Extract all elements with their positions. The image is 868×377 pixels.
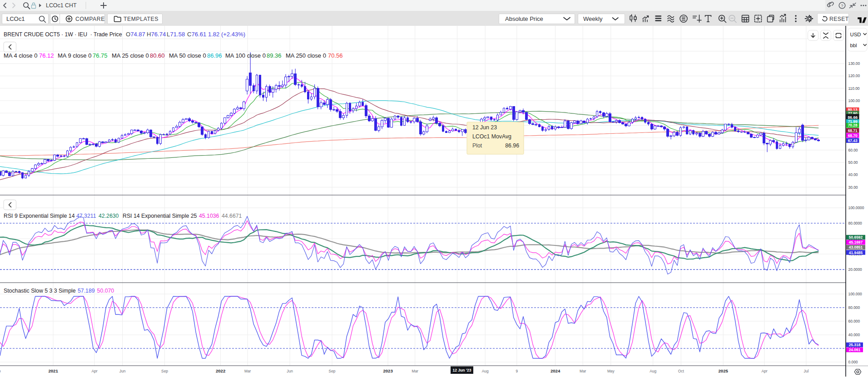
svg-text:Oct: Oct	[678, 369, 684, 373]
svg-text:O: O	[126, 31, 130, 38]
svg-text:C: C	[187, 31, 191, 38]
svg-text:60.000: 60.000	[848, 319, 860, 323]
svg-text:MA 25 close 0: MA 25 close 0	[112, 52, 149, 59]
svg-text:Sep: Sep	[0, 369, 1, 373]
svg-text:MA 250 close 0: MA 250 close 0	[286, 52, 326, 59]
svg-text:41.9485: 41.9485	[849, 250, 863, 255]
svg-text:12 Jun 23: 12 Jun 23	[472, 124, 497, 131]
svg-text:Sep: Sep	[161, 369, 168, 373]
svg-text:40.000: 40.000	[848, 333, 860, 337]
svg-text:RSI 14 Exponential Simple 25: RSI 14 Exponential Simple 25	[123, 213, 197, 219]
svg-text:100.00: 100.00	[848, 98, 860, 103]
svg-text:42.2630: 42.2630	[99, 213, 119, 219]
svg-text:Mar: Mar	[244, 369, 251, 373]
svg-text:67.43: 67.43	[848, 138, 858, 143]
svg-text:Apr: Apr	[91, 369, 97, 373]
svg-text:80.0000: 80.0000	[848, 221, 863, 225]
svg-text:50.00: 50.00	[848, 160, 858, 165]
svg-text:H: H	[147, 31, 151, 38]
svg-text:Jun: Jun	[119, 369, 126, 373]
svg-text:70.56: 70.56	[328, 52, 343, 59]
svg-text:BRENT CRUDE OCT5 · 1W · IEU ·: BRENT CRUDE OCT5 · 1W · IEU · Trade Pric…	[4, 31, 122, 38]
svg-text:24.061: 24.061	[849, 348, 861, 352]
svg-text:130.00: 130.00	[848, 61, 860, 66]
svg-text:47.3211: 47.3211	[76, 213, 96, 219]
svg-text:100.0000: 100.0000	[848, 206, 864, 210]
svg-text:100.000: 100.000	[848, 292, 863, 296]
svg-text:43.0851: 43.0851	[849, 245, 863, 250]
svg-text:2022: 2022	[216, 368, 225, 373]
svg-text:68.71: 68.71	[848, 128, 858, 133]
svg-text:50.6592: 50.6592	[849, 235, 863, 240]
svg-text:May: May	[607, 369, 615, 373]
svg-text:68.70: 68.70	[848, 133, 858, 138]
svg-text:30.00: 30.00	[848, 185, 858, 190]
svg-text:Mar: Mar	[412, 369, 418, 373]
svg-text:76.61: 76.61	[192, 31, 207, 38]
svg-text:86.96: 86.96	[207, 52, 222, 59]
svg-text:86.66: 86.66	[848, 115, 858, 120]
svg-text:45.1036: 45.1036	[199, 213, 219, 219]
svg-text:Aug: Aug	[650, 369, 656, 373]
svg-text:70.28: 70.28	[848, 123, 858, 127]
svg-text:86.96: 86.96	[505, 142, 519, 149]
svg-text:60.00: 60.00	[848, 148, 858, 152]
svg-text:Mar: Mar	[580, 369, 586, 373]
svg-text:50.070: 50.070	[97, 288, 114, 294]
svg-text:USD: USD	[850, 32, 861, 37]
svg-text:Plot: Plot	[472, 142, 482, 149]
svg-text:2023: 2023	[383, 368, 392, 373]
svg-text:120.00: 120.00	[848, 73, 860, 78]
svg-text:9: 9	[516, 369, 518, 373]
svg-text:20.0000: 20.0000	[848, 267, 863, 272]
svg-text:76.12: 76.12	[39, 52, 54, 59]
svg-text:57.189: 57.189	[78, 288, 95, 294]
svg-text:Jun: Jun	[287, 369, 293, 373]
svg-text:MA 50 close 0: MA 50 close 0	[169, 52, 206, 59]
svg-text:80.000: 80.000	[848, 305, 860, 310]
svg-text:Sep: Sep	[329, 369, 336, 373]
svg-text:110.00: 110.00	[848, 86, 860, 91]
svg-text:2025: 2025	[719, 368, 729, 373]
svg-text:MA 9 close 0: MA 9 close 0	[58, 52, 91, 59]
svg-text:89.36: 89.36	[267, 52, 282, 59]
svg-text:Jul: Jul	[804, 369, 809, 373]
svg-text:0.000: 0.000	[848, 360, 858, 364]
svg-text:Apr: Apr	[761, 369, 767, 373]
svg-text:74.87: 74.87	[130, 31, 145, 38]
svg-text:L: L	[167, 31, 170, 38]
svg-text:MA 4 close 0: MA 4 close 0	[4, 52, 37, 59]
svg-text:12 Jun '23: 12 Jun '23	[452, 368, 471, 372]
svg-text:Aug: Aug	[482, 369, 489, 373]
svg-text:76.74: 76.74	[151, 31, 166, 38]
svg-text:76.75: 76.75	[93, 52, 108, 59]
svg-text:MA 100 close 0: MA 100 close 0	[225, 52, 266, 59]
svg-text:45.1697: 45.1697	[849, 240, 863, 245]
svg-text:LCOc1 MovAvg: LCOc1 MovAvg	[472, 133, 511, 140]
svg-text:RSI 9 Exponential Simple 14: RSI 9 Exponential Simple 14	[4, 213, 75, 219]
svg-text:25.318: 25.318	[849, 343, 861, 347]
svg-text:bbl: bbl	[850, 43, 857, 48]
svg-text:2021: 2021	[48, 368, 58, 373]
svg-text:44.6671: 44.6671	[222, 213, 242, 219]
svg-text:2024: 2024	[551, 368, 560, 373]
svg-text:1.82 (+2.43%): 1.82 (+2.43%)	[208, 31, 245, 38]
svg-text:Stochastic Slow 5 3 3 Simple: Stochastic Slow 5 3 3 Simple	[4, 288, 76, 294]
svg-text:80.60: 80.60	[150, 52, 165, 59]
svg-text:71.58: 71.58	[170, 31, 185, 38]
svg-text:40.00: 40.00	[848, 172, 858, 177]
